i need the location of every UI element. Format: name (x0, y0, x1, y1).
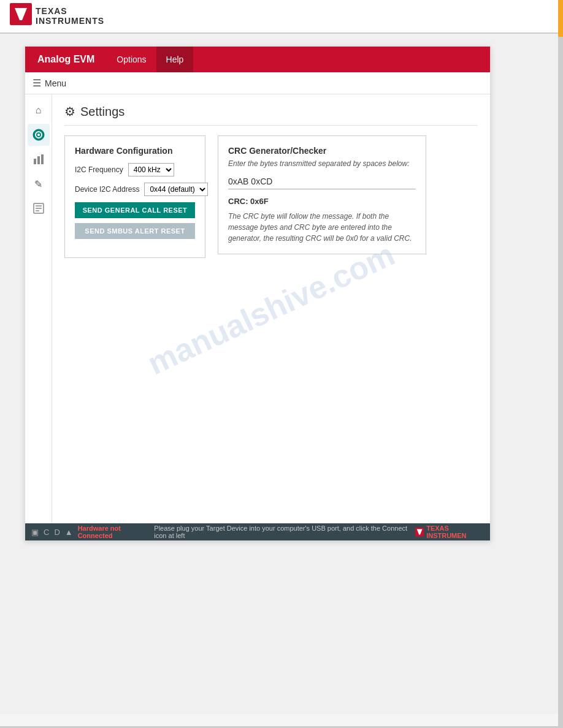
main-wrapper: Analog EVM Options Help ☰ Menu ⌂ (0, 34, 563, 714)
i2c-addr-select[interactable]: 0x44 (default) 0x45 0x46 0x47 (144, 183, 208, 196)
page-title: ⚙ Settings (64, 104, 478, 126)
crc-panel-title: CRC Generator/Checker (228, 146, 416, 156)
ti-logo-text: TEXAS INSTRUMENTS (36, 7, 104, 26)
logo-bar: TEXAS INSTRUMENTS (0, 0, 563, 34)
menu-bar: ☰ Menu (25, 72, 490, 94)
sidebar-item-chart[interactable] (28, 148, 50, 170)
sidebar-item-connect[interactable] (28, 124, 50, 146)
scroll-thumb (558, 0, 563, 37)
crc-note: The CRC byte will follow the message. If… (228, 211, 416, 244)
scroll-indicator[interactable] (558, 0, 563, 728)
settings-icon: ⚙ (64, 104, 75, 119)
crc-input[interactable] (228, 174, 416, 189)
send-general-call-reset-button[interactable]: SEND GENERAL CALL RESET (75, 202, 195, 218)
sidebar-item-register[interactable] (28, 197, 50, 219)
sidebar: ⌂ ✎ (25, 94, 52, 523)
sidebar-item-edit[interactable]: ✎ (28, 173, 50, 195)
status-icon-c: C (44, 528, 49, 537)
crc-result: CRC: 0x6F (228, 197, 416, 206)
svg-rect-6 (37, 156, 40, 164)
nav-bar: Analog EVM Options Help (25, 47, 490, 72)
status-icon-arrow: ▲ (65, 528, 73, 537)
logo-line2: INSTRUMENTS (36, 17, 104, 26)
i2c-freq-label: I2C Frequency (75, 165, 123, 174)
content-area: ⌂ ✎ (25, 94, 490, 523)
nav-options[interactable]: Options (107, 47, 156, 72)
menu-icon[interactable]: ☰ (33, 77, 41, 89)
status-text: Hardware not Connected (78, 525, 150, 539)
nav-brand: Analog EVM (25, 47, 107, 72)
i2c-freq-select[interactable]: 100 kHz 400 kHz 1 MHz (128, 163, 174, 176)
svg-rect-5 (34, 159, 36, 164)
status-brand: TEXAS INSTRUMEN (426, 525, 484, 539)
status-icon-d: D (54, 528, 59, 537)
svg-point-4 (37, 134, 40, 136)
hardware-config-panel: Hardware Configuration I2C Frequency 100… (64, 135, 205, 258)
sidebar-item-home[interactable]: ⌂ (28, 99, 50, 121)
nav-help[interactable]: Help (156, 47, 194, 72)
app-container: Analog EVM Options Help ☰ Menu ⌂ (25, 46, 491, 541)
logo-line1: TEXAS (36, 7, 104, 16)
page-content: manualshive.com ⚙ Settings Hardware Conf… (52, 94, 490, 523)
send-smbus-alert-reset-button: SEND SMBUS ALERT RESET (75, 223, 195, 239)
i2c-addr-row: Device I2C Address 0x44 (default) 0x45 0… (75, 183, 195, 196)
status-desc: Please plug your Target Device into your… (154, 525, 410, 539)
i2c-addr-label: Device I2C Address (75, 185, 139, 194)
ti-logo: TEXAS INSTRUMENTS (10, 3, 104, 29)
status-bar: ▣ C D ▲ Hardware not Connected Please pl… (25, 523, 490, 540)
crc-description: Enter the bytes transmitted separated by… (228, 159, 416, 168)
page-title-text: Settings (80, 105, 124, 119)
status-icon-printer: ▣ (31, 528, 39, 537)
menu-label: Menu (45, 78, 66, 88)
i2c-freq-row: I2C Frequency 100 kHz 400 kHz 1 MHz (75, 163, 195, 176)
status-ti-logo: TEXAS INSTRUMEN (415, 525, 484, 539)
hw-panel-title: Hardware Configuration (75, 146, 195, 156)
ti-logo-icon (10, 3, 32, 29)
settings-columns: Hardware Configuration I2C Frequency 100… (64, 135, 478, 258)
crc-panel: CRC Generator/Checker Enter the bytes tr… (218, 135, 426, 254)
svg-rect-7 (41, 154, 44, 164)
